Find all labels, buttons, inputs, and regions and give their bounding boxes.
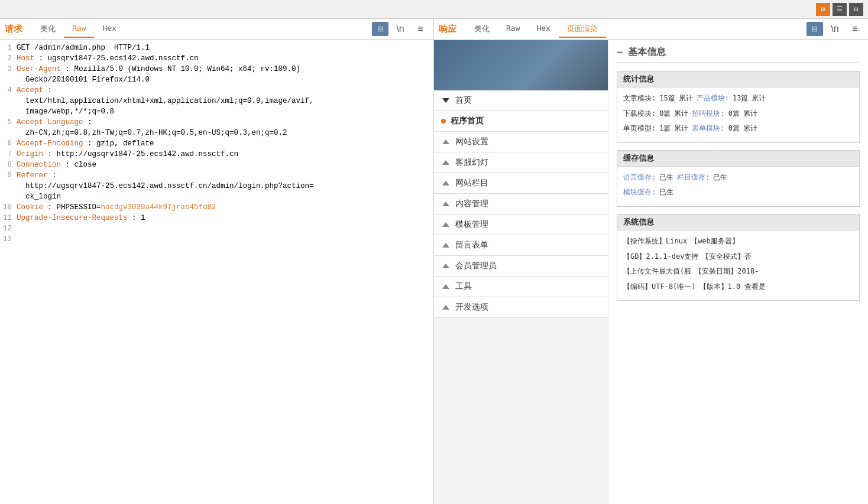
newline-resp-button[interactable]: \n	[827, 22, 843, 36]
nav-item-columns[interactable]: 网站栏目	[434, 173, 608, 194]
nav-label-tools: 工具	[455, 281, 601, 292]
arrow-up-icon-5	[442, 222, 449, 227]
code-line-3: 3 User-Agent : Mozilla/5.0 (Windows NT 1…	[0, 64, 433, 85]
nav-arrow-guestbook	[441, 240, 451, 250]
nav-item-site-settings[interactable]: 网站设置	[434, 132, 608, 152]
menu-button[interactable]: ≡	[412, 22, 429, 36]
nav-item-guestbook[interactable]: 留言表单	[434, 235, 608, 256]
list-view-icon[interactable]: ☰	[833, 3, 847, 16]
arrow-up-icon-7	[442, 264, 449, 268]
module-cache-val: 已生	[659, 186, 673, 199]
stats-row-1: 文章模块: 15篇 累计 产品模块: 13篇 累计	[623, 92, 853, 105]
code-line-4: 4 Accept : text/html,application/xhtml+x…	[0, 85, 433, 117]
nav-item-content[interactable]: 内容管理	[434, 194, 608, 214]
stats-row-2: 下载模块: 0篇 累计 招聘模块: 0篇 累计	[623, 108, 853, 121]
cache-row-1: 语言缓存: 已生 栏目缓存: 已生	[623, 171, 853, 184]
stats-info-box: 统计信息 文章模块: 15篇 累计 产品模块: 13篇 累计 下载模块: 0	[617, 71, 860, 143]
toolbar-icons: ⊞ ☰ ⊟	[816, 3, 863, 16]
tab-beautify-resp[interactable]: 美化	[466, 21, 498, 38]
nav-label-columns: 网站栏目	[455, 178, 601, 188]
os-label: 【操作系统】Linux	[623, 235, 687, 248]
nav-arrow-site-settings	[441, 137, 451, 147]
response-tabs: 美化 Raw Hex 页面渲染	[466, 21, 807, 37]
code-line-1: 1 GET /admin/admin.php HTTP/1.1	[0, 43, 433, 53]
grid-view-icon[interactable]: ⊞	[816, 3, 830, 16]
basic-info-label: 基本信息	[628, 46, 666, 58]
product-cumulative: 累计	[752, 92, 766, 105]
request-header: 请求 美化 Raw Hex ⊟ \n ≡	[0, 19, 433, 40]
copy-resp-button[interactable]: ⊟	[807, 22, 823, 36]
basic-info-arrow-icon: ➡	[617, 46, 623, 58]
nav-arrow-content	[441, 199, 451, 209]
nav-menu: 首页 程序首页 网站设置	[434, 90, 608, 318]
sys-row-4: 【编码】UTF-8(唯一) 【版本】1.0 查看是	[623, 281, 853, 294]
column-cache-val: 已生	[713, 171, 727, 184]
request-panel: 请求 美化 Raw Hex ⊟ \n ≡ 1 GET /admin/admin.…	[0, 19, 434, 504]
copy-button[interactable]: ⊟	[372, 22, 388, 36]
nav-item-tools[interactable]: 工具	[434, 277, 608, 297]
tab-hex[interactable]: Hex	[94, 21, 124, 38]
single-label: 单页模型:	[623, 122, 656, 135]
product-link[interactable]: 产品模块:	[697, 92, 729, 105]
nav-item-program-home[interactable]: 程序首页	[434, 111, 608, 132]
nav-item-template[interactable]: 模板管理	[434, 214, 608, 235]
request-body: 1 GET /admin/admin.php HTTP/1.1 2 Host :…	[0, 40, 433, 504]
code-line-13: 13	[0, 234, 433, 245]
nav-item-members[interactable]: 会员管理员	[434, 256, 608, 277]
request-toolbar-icons: ⊟ \n ≡	[372, 22, 429, 36]
rendered-page: 首页 程序首页 网站设置	[434, 40, 868, 504]
newline-button[interactable]: \n	[392, 22, 409, 36]
arrow-up-icon-9	[442, 305, 449, 310]
tab-raw[interactable]: Raw	[64, 21, 94, 38]
nav-arrow-members	[441, 261, 451, 271]
upload-label: 【上传文件最大值(服	[623, 265, 691, 278]
tab-render[interactable]: 页面渲染	[559, 21, 606, 38]
response-header: 响应 美化 Raw Hex 页面渲染 ⊟ \n ≡	[434, 19, 868, 40]
request-tabs: 美化 Raw Hex	[32, 21, 372, 37]
article-cumulative: 累计	[679, 92, 693, 105]
page-info-panel: ➡ 基本信息 统计信息 文章模块: 15篇 累计 产品模块: 13篇 累计	[608, 40, 868, 504]
code-line-6: 6 Accept-Encoding : gzip, deflate	[0, 138, 433, 149]
arrow-down-icon	[442, 98, 449, 103]
nav-label-template: 模板管理	[455, 219, 601, 230]
recruit-count: 0篇	[728, 108, 740, 121]
install-date-label: 【安装日期】2018-	[695, 265, 759, 278]
tab-hex-resp[interactable]: Hex	[528, 21, 558, 38]
cache-row-2: 模块缓存: 已生	[623, 186, 853, 199]
code-line-9: 9 Referer : http://ugsqrv1847-25.ecs142.…	[0, 170, 433, 202]
column-cache-link[interactable]: 栏目缓存:	[677, 171, 710, 184]
single-cumulative: 累计	[674, 122, 688, 135]
arrow-up-icon-4	[442, 201, 449, 206]
response-toolbar-icons: ⊟ \n ≡	[807, 22, 863, 36]
system-info-box: 系统信息 【操作系统】Linux 【web服务器】 【GD】2.1.1-dev支…	[617, 214, 860, 301]
menu-resp-button[interactable]: ≡	[847, 22, 863, 36]
nav-item-slideshow[interactable]: 客服幻灯	[434, 152, 608, 173]
panel-view-icon[interactable]: ⊟	[849, 3, 863, 16]
form-link[interactable]: 表单模块:	[692, 122, 724, 135]
page-nav: 首页 程序首页 网站设置	[434, 40, 608, 504]
nav-label-dev: 开发选项	[455, 302, 601, 313]
request-title: 请求	[5, 24, 22, 35]
stats-content: 文章模块: 15篇 累计 产品模块: 13篇 累计 下载模块: 0篇 累计 招聘…	[617, 87, 859, 142]
system-content: 【操作系统】Linux 【web服务器】 【GD】2.1.1-dev支持 【安全…	[617, 230, 859, 300]
arrow-up-icon-3	[442, 181, 449, 186]
cache-info-box: 缓存信息 语言缓存: 已生 栏目缓存: 已生 模块缓存: 已生	[617, 150, 860, 207]
main-container: 请求 美化 Raw Hex ⊟ \n ≡ 1 GET /admin/admin.…	[0, 19, 868, 504]
arrow-up-icon-6	[442, 243, 449, 248]
safe-mode-label: 【安全模式】否	[702, 251, 752, 264]
nav-item-home[interactable]: 首页	[434, 90, 608, 111]
recruit-link[interactable]: 招聘模块:	[692, 108, 724, 121]
module-cache-link[interactable]: 模块缓存:	[623, 186, 656, 199]
nav-item-dev[interactable]: 开发选项	[434, 297, 608, 318]
lang-cache-link[interactable]: 语言缓存:	[623, 171, 656, 184]
top-toolbar: ⊞ ☰ ⊟	[0, 0, 868, 19]
code-line-2: 2 Host : ugsqrv1847-25.ecs142.awd.nssctf…	[0, 53, 433, 64]
nav-arrow-template	[441, 220, 451, 229]
tab-beautify[interactable]: 美化	[32, 21, 64, 38]
tab-raw-resp[interactable]: Raw	[498, 21, 528, 38]
nav-label-home: 首页	[455, 95, 601, 106]
lang-cache-val: 已生	[659, 171, 673, 184]
code-line-8: 8 Connection : close	[0, 160, 433, 170]
stats-header: 统计信息	[617, 71, 859, 87]
article-count: 15篇	[659, 92, 675, 105]
